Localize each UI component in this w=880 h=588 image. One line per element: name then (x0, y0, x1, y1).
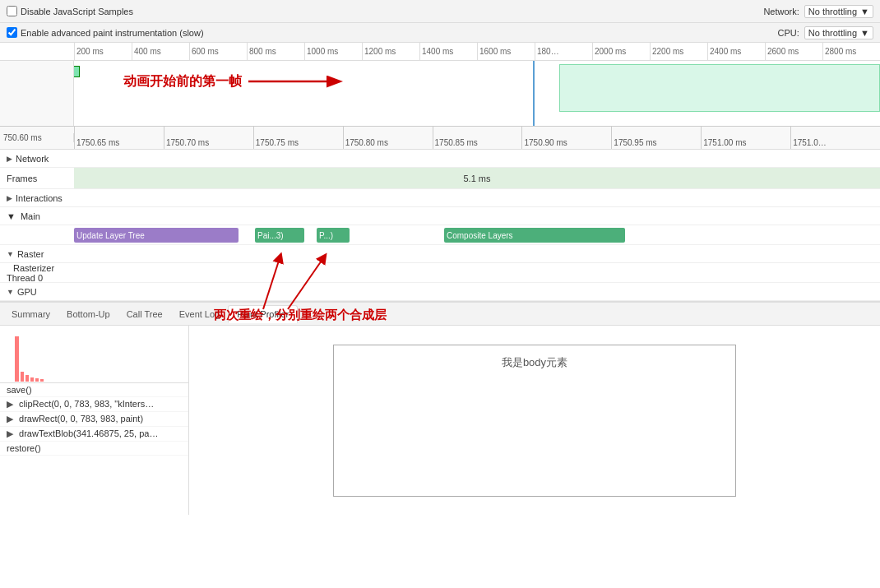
cpu-throttle-value: No throttling (808, 28, 857, 38)
overview-panel[interactable]: 动画开始前的第一帧 (0, 61, 880, 127)
main-content (74, 207, 880, 225)
ruler-mark-2: 600 ms (189, 43, 247, 60)
interactions-label-text: Interactions (16, 193, 63, 203)
interactions-label[interactable]: ▶ Interactions (0, 193, 74, 203)
frames-label: Frames (0, 174, 74, 183)
raster-expand-icon[interactable]: ▼ (7, 250, 14, 258)
raster-content (74, 245, 880, 262)
composite-block[interactable]: Composite Layers (444, 228, 625, 243)
ruler-mark-10: 2200 ms (650, 43, 707, 60)
ruler-mark-6: 1400 ms (419, 43, 477, 60)
paint-item-cliprect[interactable]: ▶ clipRect(0, 0, 783, 983, "kInters… (0, 397, 188, 412)
cpu-label: CPU: (778, 28, 799, 38)
left-panel: save() ▶ clipRect(0, 0, 783, 983, "kInte… (0, 326, 189, 515)
ruler-mark-9: 2000 ms (592, 43, 650, 60)
annotation-arrow-svg (248, 69, 347, 94)
network-throttle-chevron: ▼ (860, 7, 869, 16)
overview-highlight (559, 64, 880, 112)
paint-canvas: 我是body元素 (333, 345, 736, 497)
ruler-marks-container: 200 ms 400 ms 600 ms 800 ms 1000 ms 1200… (74, 43, 880, 60)
network-throttle-value: No throttling (808, 7, 857, 16)
tab-bottom-up[interactable]: Bottom-Up (58, 306, 118, 322)
chart-bar-4 (30, 377, 34, 382)
enable-paint-checkbox-label[interactable]: Enable advanced paint instrumentation (s… (7, 27, 204, 38)
chart-bar-2 (21, 372, 24, 382)
drawtextblob-expand-icon[interactable]: ▶ (7, 428, 13, 438)
bottom-tabs: Summary Bottom-Up Call Tree Event Log Pa… (0, 301, 880, 326)
detail-mark-4: 1750.80 ms (343, 127, 433, 149)
network-label: Network: (763, 7, 799, 16)
rasterizer-content (74, 263, 880, 282)
ruler-mark-4: 1000 ms (304, 43, 362, 60)
main-track-content[interactable]: Update Layer Tree Pai...3) P...) Composi… (74, 225, 880, 244)
disable-js-label: Disable JavaScript Samples (21, 7, 133, 16)
interactions-row: ▶ Interactions (0, 189, 880, 207)
toolbar-row1: Disable JavaScript Samples Network: No t… (0, 0, 880, 23)
toolbar-left: Disable JavaScript Samples (7, 6, 133, 16)
frames-duration: 5.1 ms (463, 174, 490, 183)
network-throttle-select[interactable]: No throttling ▼ (804, 5, 873, 18)
main-header-row: ▼ Main (0, 207, 880, 225)
disable-js-checkbox-label[interactable]: Disable JavaScript Samples (7, 6, 133, 16)
ruler-mark-0: 200 ms (74, 43, 132, 60)
network-section-label[interactable]: ▶ Network (0, 154, 74, 164)
raster-header-row: ▼ Raster (0, 245, 880, 263)
ruler-mark-1: 400 ms (132, 43, 189, 60)
enable-paint-checkbox[interactable] (7, 27, 17, 38)
network-content (74, 150, 880, 167)
chart-bar-5 (35, 378, 39, 382)
drawrect-expand-icon[interactable]: ▶ (7, 414, 13, 424)
ruler-mark-12: 2600 ms (765, 43, 822, 60)
network-row: ▶ Network (0, 150, 880, 168)
chart-bar-3 (25, 375, 29, 382)
detail-mark-9: 1751.0… (790, 127, 880, 149)
cliprect-expand-icon[interactable]: ▶ (7, 399, 13, 409)
disable-js-checkbox[interactable] (7, 6, 17, 16)
detail-ruler-marks: 1750.65 ms 1750.70 ms 1750.75 ms 1750.80… (74, 127, 880, 149)
cursor-line (533, 61, 535, 126)
ruler-mark-3: 800 ms (247, 43, 304, 60)
detail-mark-5: 1750.85 ms (433, 127, 522, 149)
toolbar-row2: Enable advanced paint instrumentation (s… (0, 23, 880, 43)
frames-content[interactable]: 5.1 ms (74, 168, 880, 188)
paint-item-drawtextblob[interactable]: ▶ drawTextBlob(341.46875, 25, pa… (0, 427, 188, 442)
detail-mark-6: 1750.90 ms (521, 127, 611, 149)
raster-label[interactable]: ▼ Raster (0, 249, 74, 259)
tab-summary[interactable]: Summary (3, 306, 58, 322)
cpu-throttle-select[interactable]: No throttling ▼ (804, 26, 873, 39)
paint-item-drawrect[interactable]: ▶ drawRect(0, 0, 783, 983, paint) (0, 412, 188, 427)
ruler-mark-11: 2400 ms (707, 43, 765, 60)
detail-mark-2: 1750.70 ms (164, 127, 253, 149)
detail-mark-7: 1750.95 ms (611, 127, 701, 149)
toolbar-right: Network: No throttling ▼ (763, 5, 873, 18)
annotation-first-frame: 动画开始前的第一帧 (123, 69, 347, 94)
paint2-block[interactable]: P...) (317, 228, 350, 243)
canvas-body-text: 我是body元素 (502, 355, 567, 370)
interactions-content (74, 189, 880, 206)
annotation-repaint-text: 两次重绘，分别重绘两个合成层 (214, 308, 387, 323)
main-expand-icon[interactable]: ▼ (7, 211, 16, 221)
tab-call-tree[interactable]: Call Tree (118, 306, 171, 322)
paint-item-save[interactable]: save() (0, 383, 188, 397)
detail-ruler-left: 750.60 ms (0, 133, 74, 142)
interactions-expand-icon[interactable]: ▶ (7, 194, 12, 202)
network-label-text: Network (16, 154, 49, 164)
chart-bar-6 (40, 379, 44, 382)
main-label[interactable]: ▼ Main (0, 211, 74, 221)
update-layer-tree-block[interactable]: Update Layer Tree (74, 228, 239, 243)
chart-bar-1 (15, 336, 19, 382)
detail-mark-3: 1750.75 ms (253, 127, 343, 149)
ruler-mark-7: 1600 ms (477, 43, 535, 60)
overview-ruler: 200 ms 400 ms 600 ms 800 ms 1000 ms 1200… (0, 43, 880, 61)
paint-item-restore[interactable]: restore() (0, 442, 188, 456)
gpu-expand-icon[interactable]: ▼ (7, 288, 14, 296)
gpu-label[interactable]: ▼ GPU (0, 287, 74, 297)
enable-paint-label: Enable advanced paint instrumentation (s… (21, 28, 204, 38)
overview-label-area (0, 61, 74, 126)
paint1-block[interactable]: Pai...3) (255, 228, 304, 243)
network-throttle-row: Network: No throttling ▼ (763, 5, 873, 18)
rasterizer-thread-row: Rasterizer Thread 0 (0, 263, 880, 283)
bottom-panel: save() ▶ clipRect(0, 0, 783, 983, "kInte… (0, 326, 880, 515)
ruler-mark-8: 180… (535, 43, 592, 60)
network-expand-icon[interactable]: ▶ (7, 155, 12, 163)
